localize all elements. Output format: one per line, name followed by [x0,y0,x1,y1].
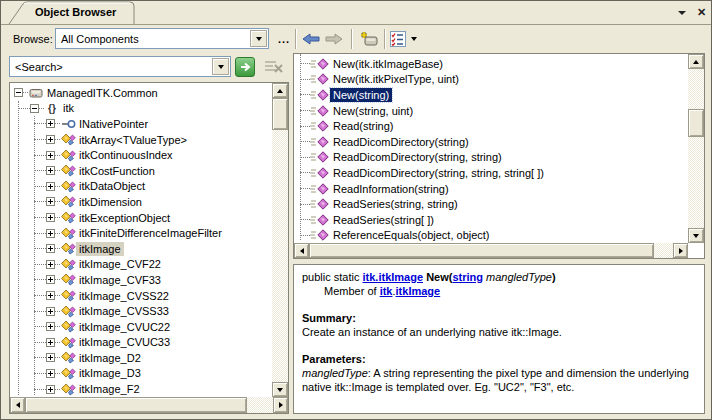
member-item[interactable]: ReadSeries(string[ ]) [294,212,688,228]
tree-item[interactable]: itkImage_CVF33 [10,272,272,288]
tree-expander[interactable] [46,197,55,206]
tree-expander[interactable] [46,244,55,253]
scroll-left-button[interactable] [10,397,25,413]
tree-expander[interactable] [46,353,55,362]
close-button[interactable]: ✕ [694,5,709,19]
search-combobox[interactable]: <Search> [9,56,231,77]
scroll-right-button[interactable] [673,243,688,258]
tree-item[interactable]: itkFiniteDifferenceImageFilter [10,225,272,241]
tree-item[interactable]: itkImage_CVSS22 [10,288,272,304]
window-menu-button[interactable] [674,6,689,20]
member-item-label: ReadSeries(string, string) [330,197,461,211]
search-go-button[interactable] [235,57,255,77]
object-browser-settings-button[interactable] [390,29,426,49]
tree-item[interactable]: ManagedITK.Common [10,85,272,101]
tree-expander[interactable] [46,291,55,300]
tree-expander[interactable] [46,307,55,316]
tree-vertical-scrollbar[interactable] [272,83,288,397]
tree-expander[interactable] [46,275,55,284]
tree-item[interactable]: itkCostFunction [10,163,272,179]
tree-item[interactable]: itkImage_CVSS33 [10,303,272,319]
member-item[interactable]: ReadInformation(string) [294,181,688,197]
tree-item[interactable]: itkImage [10,241,272,257]
tree-expander[interactable] [46,151,55,160]
tree-expander[interactable] [46,229,55,238]
return-type-link[interactable]: itk.itkImage [363,271,424,283]
tree-item[interactable]: itkExceptionObject [10,210,272,226]
tree-expander[interactable] [46,213,55,222]
customize-browse-button[interactable]: ... [275,31,293,47]
tree-item[interactable]: itkImage_CVF22 [10,257,272,273]
tree-item[interactable]: itkImage_CVUC22 [10,319,272,335]
browse-combobox-dropdown[interactable] [250,30,267,47]
members-vertical-scroll-thumb[interactable] [688,109,704,137]
member-item[interactable]: Read(string) [294,118,688,134]
tree-expander[interactable] [46,385,55,394]
member-item[interactable]: ReferenceEquals(object, object) [294,228,688,244]
member-item[interactable]: New(string, uint) [294,103,688,119]
tree-item[interactable]: itkImage_CVUC33 [10,335,272,351]
tree-horizontal-scroll-thumb[interactable] [25,397,247,413]
add-to-references-button[interactable] [357,29,381,49]
tree-item[interactable]: itkContinuousIndex [10,147,272,163]
tree-item[interactable]: itkDataObject [10,179,272,195]
member-item[interactable]: ReadDicomDirectory(string, string) [294,150,688,166]
members-horizontal-scroll-thumb[interactable] [309,243,654,258]
method-name: New [426,271,449,283]
member-item[interactable]: New(string) [294,87,688,103]
namespace-link[interactable]: itk [380,285,393,297]
tree-item[interactable]: {} itk [10,101,272,117]
member-item[interactable]: New(itk.itkImageBase) [294,56,688,72]
forward-button[interactable] [323,29,345,49]
member-item[interactable]: ReadDicomDirectory(string, string, strin… [294,165,688,181]
parameters-heading: Parameters: [302,352,696,366]
back-button[interactable] [300,29,322,49]
class-icon [60,289,76,302]
tree-expander[interactable] [46,182,55,191]
tree-item[interactable]: INativePointer [10,116,272,132]
tree-item[interactable]: itkDimension [10,194,272,210]
tree-item[interactable]: itkArray<TValueType> [10,132,272,148]
tree-connector [34,248,46,249]
scroll-down-button[interactable] [688,228,704,243]
member-signature: public static itk.itkImage New(string ma… [302,270,696,284]
tree-item-label: itkContinuousIndex [76,148,176,162]
browse-combobox[interactable]: All Components [55,28,269,49]
search-combobox-dropdown[interactable] [212,58,229,75]
scroll-right-button[interactable] [273,397,288,413]
tree-expander[interactable] [46,338,55,347]
arrow-up-icon [277,86,283,93]
tree-item[interactable]: itkImage_D2 [10,350,272,366]
class-link[interactable]: itkImage [396,285,441,297]
tree-expander[interactable] [46,369,55,378]
tree-expander[interactable] [46,119,55,128]
tree-expander[interactable] [14,88,23,97]
toolbar-separator [295,29,297,49]
tree-connector [18,108,30,109]
member-item[interactable]: New(itk.itkPixelType, uint) [294,72,688,88]
tree-expander[interactable] [30,104,39,113]
method-icon [310,167,330,179]
tree-expander[interactable] [46,166,55,175]
tree-connector [34,264,46,265]
clear-search-button[interactable] [262,58,286,76]
member-item[interactable]: ReadDicomDirectory(string) [294,134,688,150]
tree-expander[interactable] [46,260,55,269]
tree-expander[interactable] [46,322,55,331]
tree-item[interactable]: itkImage_D3 [10,366,272,382]
scroll-up-button[interactable] [272,83,288,98]
browse-combobox-value: All Components [56,33,250,45]
scroll-up-button[interactable] [688,54,704,69]
tree-connector [34,389,46,390]
scroll-down-button[interactable] [272,382,288,397]
member-connector [300,157,310,158]
member-item[interactable]: ReadSeries(string, string) [294,196,688,212]
tree-expander[interactable] [46,135,55,144]
tree-vertical-scroll-thumb[interactable] [272,98,288,130]
tab-object-browser[interactable]: Object Browser [7,1,137,25]
members-vertical-scrollbar[interactable] [688,54,704,243]
tree-item[interactable]: itkImage_F2 [10,381,272,397]
scroll-left-button[interactable] [294,243,309,258]
class-icon [60,133,76,146]
param-type-link[interactable]: string [452,271,483,283]
